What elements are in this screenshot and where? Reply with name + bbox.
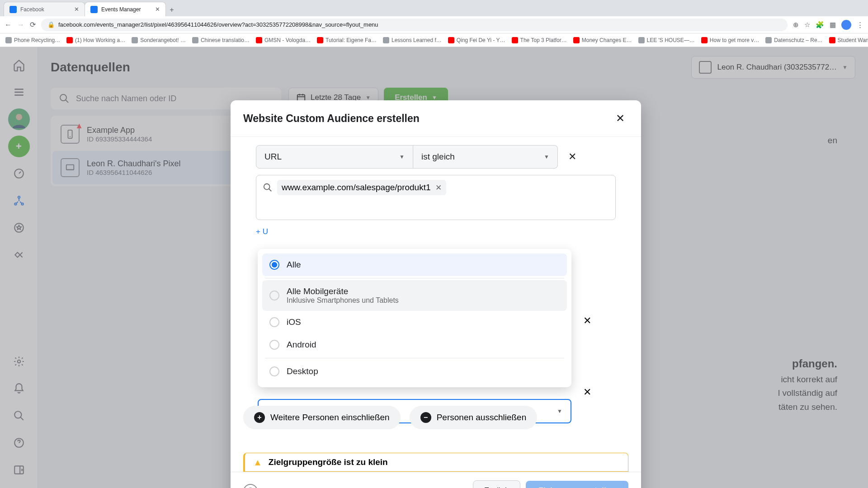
option-label: Alle Mobilgeräte <box>287 286 399 296</box>
radio-icon <box>269 317 279 327</box>
forward-icon[interactable]: → <box>17 21 24 29</box>
close-icon[interactable]: ✕ <box>155 6 160 13</box>
radio-icon <box>269 366 279 376</box>
url-input[interactable]: 🔒 facebook.com/events_manager2/list/pixe… <box>41 19 788 31</box>
include-more-button[interactable]: + Weitere Personen einschließen <box>243 406 401 429</box>
svg-line-26 <box>269 189 272 192</box>
remove-section-button[interactable]: ✕ <box>583 386 591 398</box>
option-label: Alle <box>287 260 301 270</box>
search-icon <box>263 183 273 192</box>
url-value: www.example.com/salespage/produkt1 <box>282 183 431 192</box>
radio-icon <box>269 340 279 350</box>
url-input-field[interactable]: www.example.com/salespage/produkt1 ✕ <box>256 175 616 220</box>
bookmark-item[interactable]: Chinese translatio… <box>192 37 250 43</box>
modal-header: Website Custom Audience erstellen ✕ <box>231 100 641 136</box>
bookmark-item[interactable]: (1) How Working a… <box>66 37 125 43</box>
bookmark-item[interactable]: Datenschutz – Re… <box>765 37 822 43</box>
browser-tab-facebook[interactable]: Facebook ✕ <box>4 2 85 16</box>
chevron-down-icon: ▼ <box>557 408 562 414</box>
reload-icon[interactable]: ⟳ <box>30 20 36 29</box>
browser-tab-events-manager[interactable]: Events Manager ✕ <box>85 2 166 16</box>
warning-text: Zielgruppengröße ist zu klein <box>269 457 388 467</box>
option-sublabel: Inklusive Smartphones und Tablets <box>287 296 399 305</box>
bookmark-item[interactable]: The Top 3 Platfor… <box>512 37 567 43</box>
include-label: Weitere Personen einschließen <box>270 413 390 422</box>
puzzle-icon[interactable]: ▦ <box>830 21 836 29</box>
bookmark-item[interactable]: Money Changes E… <box>573 37 632 43</box>
tab-label: Events Manager <box>101 6 141 13</box>
app-shell: + Datenquellen <box>0 47 868 488</box>
option-label: iOS <box>287 317 301 327</box>
option-label: Android <box>287 340 316 350</box>
bookmark-item[interactable]: Lessons Learned f… <box>383 37 442 43</box>
bookmark-item[interactable]: GMSN - Vologda… <box>256 37 311 43</box>
back-icon[interactable]: ← <box>5 21 12 29</box>
remove-chip-button[interactable]: ✕ <box>435 183 442 192</box>
exclude-button[interactable]: − Personen ausschließen <box>410 406 538 429</box>
modal-body: URL ▼ ist gleich ▼ ✕ www.example.com/sal… <box>231 136 641 472</box>
create-audience-button[interactable]: Zielgruppe erstellen <box>526 481 628 488</box>
profile-avatar-icon[interactable] <box>841 20 851 30</box>
url-field-label: URL <box>264 152 282 162</box>
bookmark-item[interactable]: Phone Recycling… <box>5 37 60 43</box>
modal-title: Website Custom Audience erstellen <box>243 113 420 125</box>
menu-icon[interactable]: ⋮ <box>857 21 863 29</box>
option-label: Desktop <box>287 366 318 376</box>
chrome-toolbar-icons: ⊕ ☆ 🧩 ▦ ⋮ <box>793 20 863 30</box>
radio-icon <box>269 260 279 270</box>
modal-footer: ? Zurück Zielgruppe erstellen <box>231 472 641 488</box>
minus-icon: − <box>420 412 431 423</box>
lock-icon: 🔒 <box>47 21 55 28</box>
filter-row: URL ▼ ist gleich ▼ ✕ <box>243 145 628 169</box>
bookmarks-bar: Phone Recycling… (1) How Working a… Sond… <box>0 33 868 47</box>
operator-selector[interactable]: ist gleich ▼ <box>413 145 558 169</box>
plus-icon: + <box>254 412 265 423</box>
add-filter-link[interactable]: + U <box>256 227 628 236</box>
remove-filter-button[interactable]: ✕ <box>561 146 583 168</box>
device-option-desktop[interactable]: Desktop <box>262 360 567 383</box>
chevron-down-icon: ▼ <box>399 154 405 160</box>
device-option-ios[interactable]: iOS <box>262 311 567 333</box>
operator-label: ist gleich <box>421 152 455 162</box>
warning-icon: ▲ <box>253 457 262 468</box>
bookmark-item[interactable]: Student Wants an… <box>829 37 868 43</box>
tab-strip: Facebook ✕ Events Manager ✕ + <box>0 0 868 16</box>
url-text: facebook.com/events_manager2/list/pixel/… <box>58 21 378 28</box>
facebook-favicon <box>90 6 98 13</box>
svg-point-25 <box>264 184 270 190</box>
bookmark-item[interactable]: LEE 'S HOUSE—… <box>638 37 695 43</box>
search-icon[interactable]: ⊕ <box>793 21 799 29</box>
close-button[interactable]: ✕ <box>612 110 628 127</box>
bookmark-item[interactable]: How to get more v… <box>701 37 759 43</box>
exclude-label: Personen ausschließen <box>437 413 527 422</box>
device-option-mobile[interactable]: Alle Mobilgeräte Inklusive Smartphones u… <box>262 280 567 311</box>
device-option-all[interactable]: Alle <box>262 253 567 276</box>
browser-chrome: Facebook ✕ Events Manager ✕ + ← → ⟳ 🔒 fa… <box>0 0 868 47</box>
device-option-android[interactable]: Android <box>262 333 567 356</box>
address-bar: ← → ⟳ 🔒 facebook.com/events_manager2/lis… <box>0 16 868 33</box>
warning-banner: ▲ Zielgruppengröße ist zu klein <box>243 453 628 472</box>
bookmark-item[interactable]: Tutorial: Eigene Fa… <box>317 37 377 43</box>
share-icon[interactable]: ☆ <box>804 21 810 29</box>
chevron-down-icon: ▼ <box>544 154 549 160</box>
help-button[interactable]: ? <box>243 484 258 488</box>
bookmark-item[interactable]: Sonderangebot! … <box>132 37 186 43</box>
new-tab-button[interactable]: + <box>165 4 178 16</box>
remove-section-button[interactable]: ✕ <box>583 315 591 327</box>
bookmark-item[interactable]: Qing Fei De Yi - Y… <box>448 37 505 43</box>
back-button[interactable]: Zurück <box>473 480 520 488</box>
facebook-favicon <box>9 6 17 13</box>
extension-icon[interactable]: 🧩 <box>816 21 824 29</box>
tab-label: Facebook <box>20 6 44 13</box>
radio-icon <box>269 291 279 300</box>
close-icon[interactable]: ✕ <box>74 6 79 13</box>
url-field-selector[interactable]: URL ▼ <box>256 145 413 169</box>
device-options-popup: Alle Alle Mobilgeräte Inklusive Smartpho… <box>258 249 571 387</box>
create-audience-modal: Website Custom Audience erstellen ✕ URL … <box>231 100 641 488</box>
include-exclude-row: + Weitere Personen einschließen − Person… <box>243 406 537 429</box>
url-chip: www.example.com/salespage/produkt1 ✕ <box>277 180 446 195</box>
